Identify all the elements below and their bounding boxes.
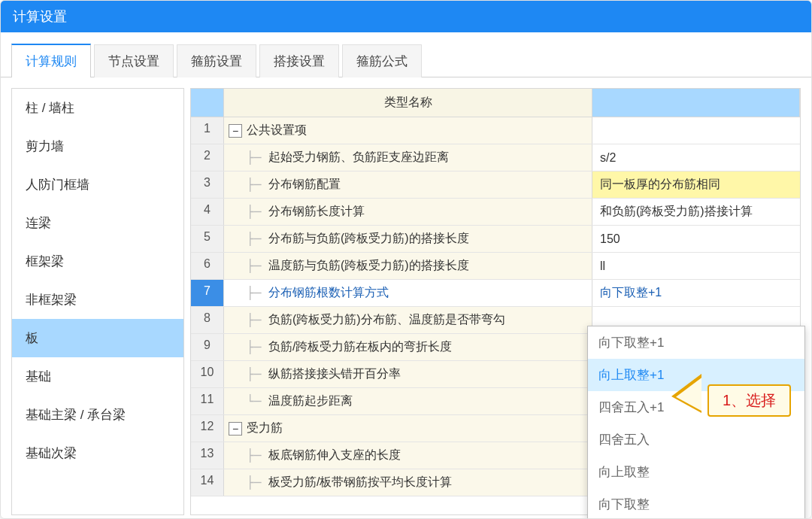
tree-line-icon: ├─	[247, 340, 268, 354]
header-value	[592, 89, 800, 117]
row-number: 1	[191, 117, 224, 144]
row-number: 5	[191, 226, 224, 252]
tree-line-icon: ├─	[247, 259, 268, 273]
tree-line-icon: ├─	[247, 313, 268, 327]
dropdown-menu[interactable]: 向下取整+1 向上取整+1 四舍五入+1 四舍五入 向上取整 向下取整	[587, 326, 805, 519]
table-row[interactable]: 2 ├─ 起始受力钢筋、负筋距支座边距离 s/2	[191, 144, 800, 171]
row-name: 分布钢筋配置	[268, 177, 341, 193]
annotation-callout: 1、选择	[707, 384, 791, 417]
window-titlebar: 计算设置	[1, 1, 811, 32]
row-number: 4	[191, 199, 224, 225]
row-number: 13	[191, 442, 224, 469]
row-name-cell: ├─ 分布钢筋根数计算方式	[224, 280, 592, 306]
row-name-cell: ├─ 起始受力钢筋、负筋距支座边距离	[224, 144, 592, 171]
row-value-dropdown[interactable]: 向下取整+1	[592, 280, 800, 306]
tree-line-icon: ├─	[247, 475, 268, 490]
tab-stirrup-formula[interactable]: 箍筋公式	[342, 44, 422, 77]
table-row[interactable]: 6 ├─ 温度筋与负筋(跨板受力筋)的搭接长度 ll	[191, 253, 800, 280]
row-number: 9	[191, 334, 224, 360]
collapse-icon[interactable]: −	[229, 124, 242, 138]
row-value[interactable]: 同一板厚的分布筋相同	[592, 171, 800, 198]
annotation-text: 1、选择	[707, 384, 791, 417]
row-name: 分布钢筋长度计算	[268, 204, 365, 220]
row-name-cell: ├─ 板底钢筋伸入支座的长度	[224, 442, 592, 469]
row-name: 温度筋起步距离	[268, 393, 353, 409]
row-number: 2	[191, 144, 224, 171]
dropdown-option[interactable]: 向下取整+1	[588, 326, 804, 359]
tree-line-icon: ├─	[247, 286, 268, 300]
row-value[interactable]: 150	[592, 226, 800, 252]
sidebar-item-civil-defense-door[interactable]: 人防门框墙	[12, 165, 183, 204]
sidebar-item-frame-beam[interactable]: 框架梁	[12, 242, 183, 281]
tab-stirrup-settings[interactable]: 箍筋设置	[177, 44, 256, 77]
table-row[interactable]: 1 − 公共设置项	[191, 117, 800, 144]
row-name-cell: − 公共设置项	[224, 117, 592, 144]
row-number: 12	[191, 415, 224, 442]
sidebar-item-foundation-secondary-beam[interactable]: 基础次梁	[12, 434, 183, 472]
row-value[interactable]: s/2	[592, 144, 800, 171]
row-name-cell: ├─ 温度筋与负筋(跨板受力筋)的搭接长度	[224, 253, 592, 279]
tree-line-icon: └─	[247, 394, 268, 408]
row-number: 10	[191, 361, 224, 387]
row-number: 7	[191, 280, 224, 306]
row-name: 公共设置项	[247, 123, 307, 138]
sidebar-item-non-frame-beam[interactable]: 非框架梁	[12, 281, 183, 319]
table-header: 类型名称	[191, 89, 800, 117]
row-number: 3	[191, 171, 224, 198]
tree-line-icon: ├─	[247, 205, 268, 219]
window-title: 计算设置	[13, 8, 67, 26]
row-name-cell: ├─ 负筋/跨板受力筋在板内的弯折长度	[224, 334, 592, 360]
sidebar-item-foundation[interactable]: 基础	[12, 357, 183, 396]
table-row[interactable]: 7 ├─ 分布钢筋根数计算方式 向下取整+1	[191, 280, 800, 307]
row-name: 板底钢筋伸入支座的长度	[268, 448, 401, 463]
tab-node-settings[interactable]: 节点设置	[94, 44, 174, 77]
sidebar-item-foundation-main-beam[interactable]: 基础主梁 / 承台梁	[12, 396, 183, 434]
row-name-cell: ├─ 负筋(跨板受力筋)分布筋、温度筋是否带弯勾	[224, 307, 592, 333]
row-name: 分布钢筋根数计算方式	[268, 285, 389, 301]
row-name: 起始受力钢筋、负筋距支座边距离	[268, 150, 449, 165]
tab-calc-rules[interactable]: 计算规则	[11, 44, 91, 77]
row-number: 6	[191, 253, 224, 279]
row-name-cell: ├─ 分布筋与负筋(跨板受力筋)的搭接长度	[224, 226, 592, 252]
sidebar-item-column[interactable]: 柱 / 墙柱	[12, 89, 183, 127]
tree-line-icon: ├─	[247, 448, 268, 463]
row-number: 14	[191, 469, 224, 496]
tree-line-icon: ├─	[247, 232, 268, 246]
row-name: 分布筋与负筋(跨板受力筋)的搭接长度	[268, 231, 469, 247]
row-name-cell: ├─ 分布钢筋配置	[224, 171, 592, 198]
sidebar: 柱 / 墙柱 剪力墙 人防门框墙 连梁 框架梁 非框架梁 板 基础 基础主梁 /…	[11, 88, 184, 515]
tree-line-icon: ├─	[247, 178, 268, 192]
row-value[interactable]: ll	[592, 253, 800, 279]
row-name: 温度筋与负筋(跨板受力筋)的搭接长度	[268, 258, 469, 274]
dropdown-option[interactable]: 向下取整	[588, 488, 804, 519]
tab-lap-settings[interactable]: 搭接设置	[259, 44, 339, 77]
tree-line-icon: ├─	[247, 150, 268, 165]
tree-line-icon: ├─	[247, 367, 268, 381]
dropdown-option[interactable]: 四舍五入	[588, 423, 804, 456]
header-rownum	[191, 89, 224, 117]
tab-strip: 计算规则 节点设置 箍筋设置 搭接设置 箍筋公式	[1, 32, 811, 77]
sidebar-item-coupling-beam[interactable]: 连梁	[12, 204, 183, 242]
row-value[interactable]	[592, 117, 800, 144]
collapse-icon[interactable]: −	[229, 422, 242, 436]
table-row[interactable]: 5 ├─ 分布筋与负筋(跨板受力筋)的搭接长度 150	[191, 226, 800, 253]
row-name-cell: − 受力筋	[224, 415, 592, 442]
row-number: 11	[191, 388, 224, 414]
row-name: 负筋(跨板受力筋)分布筋、温度筋是否带弯勾	[268, 312, 505, 328]
dropdown-option[interactable]: 向上取整	[588, 456, 804, 488]
sidebar-item-shear-wall[interactable]: 剪力墙	[12, 127, 183, 165]
table-row[interactable]: 3 ├─ 分布钢筋配置 同一板厚的分布筋相同	[191, 171, 800, 199]
row-name-cell: ├─ 纵筋搭接接头错开百分率	[224, 361, 592, 387]
row-name: 纵筋搭接接头错开百分率	[268, 366, 401, 382]
header-type-name: 类型名称	[224, 89, 592, 117]
row-name: 负筋/跨板受力筋在板内的弯折长度	[268, 339, 452, 355]
table-row[interactable]: 4 ├─ 分布钢筋长度计算 和负筋(跨板受力筋)搭接计算	[191, 199, 800, 226]
row-name: 板受力筋/板带钢筋按平均长度计算	[268, 475, 452, 490]
sidebar-item-slab[interactable]: 板	[12, 319, 183, 357]
row-name-cell: ├─ 分布钢筋长度计算	[224, 199, 592, 225]
row-name: 受力筋	[247, 420, 283, 436]
row-name-cell: ├─ 板受力筋/板带钢筋按平均长度计算	[224, 469, 592, 496]
row-number: 8	[191, 307, 224, 333]
row-name-cell: └─ 温度筋起步距离	[224, 388, 592, 414]
row-value[interactable]: 和负筋(跨板受力筋)搭接计算	[592, 199, 800, 225]
